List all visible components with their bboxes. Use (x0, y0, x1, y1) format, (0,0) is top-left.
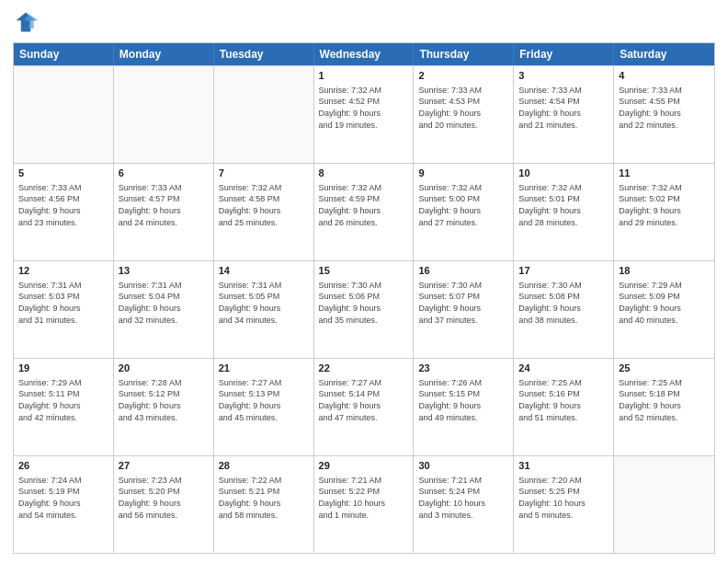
day-cell-20: 20Sunrise: 7:28 AM Sunset: 5:12 PM Dayli… (114, 359, 214, 455)
day-info: Sunrise: 7:30 AM Sunset: 5:08 PM Dayligh… (518, 280, 609, 326)
day-info: Sunrise: 7:32 AM Sunset: 4:58 PM Dayligh… (219, 182, 309, 228)
day-number: 28 (219, 459, 309, 473)
day-number: 20 (119, 362, 209, 375)
empty-cell (614, 456, 714, 553)
day-info: Sunrise: 7:27 AM Sunset: 5:13 PM Dayligh… (219, 377, 309, 423)
day-info: Sunrise: 7:24 AM Sunset: 5:19 PM Dayligh… (18, 475, 108, 521)
day-number: 25 (619, 362, 710, 375)
day-cell-6: 6Sunrise: 7:33 AM Sunset: 4:57 PM Daylig… (114, 164, 214, 260)
day-info: Sunrise: 7:31 AM Sunset: 5:03 PM Dayligh… (18, 280, 108, 326)
day-info: Sunrise: 7:33 AM Sunset: 4:54 PM Dayligh… (518, 85, 609, 131)
day-cell-11: 11Sunrise: 7:32 AM Sunset: 5:02 PM Dayli… (614, 164, 714, 260)
header-cell-sunday: Sunday (14, 43, 114, 65)
day-number: 19 (18, 362, 108, 375)
day-number: 13 (119, 264, 209, 278)
day-info: Sunrise: 7:29 AM Sunset: 5:11 PM Dayligh… (18, 377, 108, 423)
day-number: 11 (619, 167, 710, 180)
day-info: Sunrise: 7:20 AM Sunset: 5:25 PM Dayligh… (518, 475, 609, 521)
day-number: 10 (518, 167, 609, 180)
day-info: Sunrise: 7:32 AM Sunset: 4:52 PM Dayligh… (319, 85, 409, 131)
day-cell-19: 19Sunrise: 7:29 AM Sunset: 5:11 PM Dayli… (14, 359, 114, 455)
day-info: Sunrise: 7:32 AM Sunset: 5:00 PM Dayligh… (418, 182, 508, 228)
day-info: Sunrise: 7:31 AM Sunset: 5:04 PM Dayligh… (119, 280, 209, 326)
day-info: Sunrise: 7:23 AM Sunset: 5:20 PM Dayligh… (119, 475, 209, 521)
day-cell-26: 26Sunrise: 7:24 AM Sunset: 5:19 PM Dayli… (14, 456, 114, 553)
day-number: 29 (319, 459, 409, 473)
day-info: Sunrise: 7:27 AM Sunset: 5:14 PM Dayligh… (319, 377, 409, 423)
day-cell-13: 13Sunrise: 7:31 AM Sunset: 5:04 PM Dayli… (114, 261, 214, 358)
day-cell-7: 7Sunrise: 7:32 AM Sunset: 4:58 PM Daylig… (214, 164, 314, 260)
calendar-row-4: 19Sunrise: 7:29 AM Sunset: 5:11 PM Dayli… (14, 358, 714, 455)
day-number: 3 (518, 69, 609, 83)
day-cell-30: 30Sunrise: 7:21 AM Sunset: 5:24 PM Dayli… (414, 456, 514, 553)
header-cell-thursday: Thursday (414, 43, 514, 65)
day-info: Sunrise: 7:33 AM Sunset: 4:57 PM Dayligh… (119, 182, 209, 228)
day-cell-17: 17Sunrise: 7:30 AM Sunset: 5:08 PM Dayli… (514, 261, 614, 358)
day-info: Sunrise: 7:32 AM Sunset: 5:01 PM Dayligh… (518, 182, 609, 228)
day-cell-1: 1Sunrise: 7:32 AM Sunset: 4:52 PM Daylig… (314, 66, 415, 163)
day-cell-9: 9Sunrise: 7:32 AM Sunset: 5:00 PM Daylig… (414, 164, 514, 260)
day-number: 7 (219, 167, 309, 180)
day-cell-21: 21Sunrise: 7:27 AM Sunset: 5:13 PM Dayli… (214, 359, 314, 455)
day-cell-28: 28Sunrise: 7:22 AM Sunset: 5:21 PM Dayli… (214, 456, 314, 553)
day-cell-4: 4Sunrise: 7:33 AM Sunset: 4:55 PM Daylig… (614, 66, 714, 163)
page: SundayMondayTuesdayWednesdayThursdayFrid… (0, 0, 728, 563)
day-cell-5: 5Sunrise: 7:33 AM Sunset: 4:56 PM Daylig… (14, 164, 114, 260)
day-cell-16: 16Sunrise: 7:30 AM Sunset: 5:07 PM Dayli… (414, 261, 514, 358)
day-cell-23: 23Sunrise: 7:26 AM Sunset: 5:15 PM Dayli… (414, 359, 514, 455)
day-info: Sunrise: 7:32 AM Sunset: 4:59 PM Dayligh… (319, 182, 409, 228)
day-number: 30 (418, 459, 508, 473)
calendar-body: 1Sunrise: 7:32 AM Sunset: 4:52 PM Daylig… (14, 65, 714, 553)
day-number: 2 (418, 69, 508, 83)
day-info: Sunrise: 7:26 AM Sunset: 5:15 PM Dayligh… (418, 377, 508, 423)
day-number: 26 (18, 459, 108, 473)
header-cell-friday: Friday (514, 43, 614, 65)
day-info: Sunrise: 7:22 AM Sunset: 5:21 PM Dayligh… (219, 475, 309, 521)
day-info: Sunrise: 7:28 AM Sunset: 5:12 PM Dayligh… (119, 377, 209, 423)
day-info: Sunrise: 7:33 AM Sunset: 4:55 PM Dayligh… (619, 85, 710, 131)
day-cell-18: 18Sunrise: 7:29 AM Sunset: 5:09 PM Dayli… (614, 261, 714, 358)
logo (13, 9, 42, 35)
day-info: Sunrise: 7:32 AM Sunset: 5:02 PM Dayligh… (619, 182, 710, 228)
day-number: 4 (619, 69, 710, 83)
day-number: 6 (119, 167, 209, 180)
day-cell-24: 24Sunrise: 7:25 AM Sunset: 5:16 PM Dayli… (514, 359, 614, 455)
calendar-row-5: 26Sunrise: 7:24 AM Sunset: 5:19 PM Dayli… (14, 455, 714, 553)
day-number: 22 (319, 362, 409, 375)
day-number: 24 (518, 362, 609, 375)
calendar: SundayMondayTuesdayWednesdayThursdayFrid… (13, 42, 715, 554)
day-info: Sunrise: 7:29 AM Sunset: 5:09 PM Dayligh… (619, 280, 710, 326)
day-number: 9 (418, 167, 508, 180)
day-number: 27 (119, 459, 209, 473)
day-cell-10: 10Sunrise: 7:32 AM Sunset: 5:01 PM Dayli… (514, 164, 614, 260)
day-number: 17 (518, 264, 609, 278)
empty-cell (114, 66, 214, 163)
day-number: 15 (319, 264, 409, 278)
day-number: 18 (619, 264, 710, 278)
day-info: Sunrise: 7:21 AM Sunset: 5:22 PM Dayligh… (319, 475, 409, 521)
day-info: Sunrise: 7:31 AM Sunset: 5:05 PM Dayligh… (219, 280, 309, 326)
calendar-row-1: 1Sunrise: 7:32 AM Sunset: 4:52 PM Daylig… (14, 65, 714, 163)
day-number: 5 (18, 167, 108, 180)
day-number: 1 (319, 69, 409, 83)
day-number: 21 (219, 362, 309, 375)
day-cell-8: 8Sunrise: 7:32 AM Sunset: 4:59 PM Daylig… (314, 164, 415, 260)
day-number: 8 (319, 167, 409, 180)
day-info: Sunrise: 7:21 AM Sunset: 5:24 PM Dayligh… (418, 475, 508, 521)
day-cell-22: 22Sunrise: 7:27 AM Sunset: 5:14 PM Dayli… (314, 359, 415, 455)
day-info: Sunrise: 7:25 AM Sunset: 5:16 PM Dayligh… (518, 377, 609, 423)
day-number: 16 (418, 264, 508, 278)
day-cell-27: 27Sunrise: 7:23 AM Sunset: 5:20 PM Dayli… (114, 456, 214, 553)
day-info: Sunrise: 7:30 AM Sunset: 5:06 PM Dayligh… (319, 280, 409, 326)
calendar-header-row: SundayMondayTuesdayWednesdayThursdayFrid… (14, 43, 714, 65)
day-number: 12 (18, 264, 108, 278)
day-info: Sunrise: 7:33 AM Sunset: 4:53 PM Dayligh… (418, 85, 508, 131)
header-cell-saturday: Saturday (614, 43, 714, 65)
day-cell-14: 14Sunrise: 7:31 AM Sunset: 5:05 PM Dayli… (214, 261, 314, 358)
day-cell-12: 12Sunrise: 7:31 AM Sunset: 5:03 PM Dayli… (14, 261, 114, 358)
day-cell-29: 29Sunrise: 7:21 AM Sunset: 5:22 PM Dayli… (314, 456, 415, 553)
header-cell-wednesday: Wednesday (314, 43, 415, 65)
day-cell-31: 31Sunrise: 7:20 AM Sunset: 5:25 PM Dayli… (514, 456, 614, 553)
header-cell-tuesday: Tuesday (214, 43, 314, 65)
empty-cell (14, 66, 114, 163)
